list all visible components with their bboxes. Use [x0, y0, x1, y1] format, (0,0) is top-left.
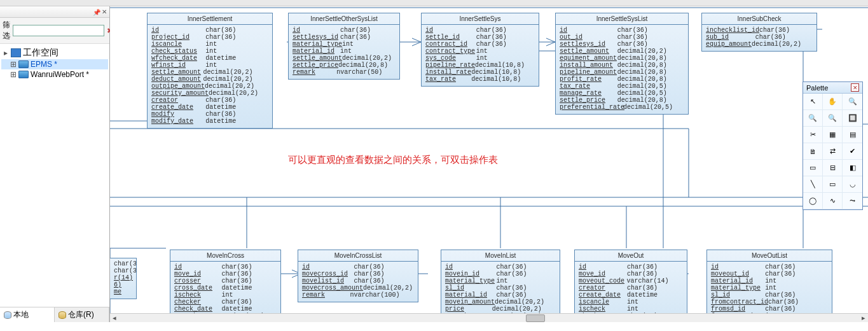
svg-line-14	[546, 42, 555, 46]
tab-label: 仓库(R)	[68, 309, 94, 320]
tool-entity-icon[interactable]: ▭	[803, 160, 823, 176]
tool-zoom-in-icon[interactable]: 🔍	[843, 94, 862, 110]
diagram-canvas[interactable]: InnerSettlementidchar(36)project_idchar(…	[110, 6, 868, 322]
scroll-right-icon[interactable]: ▸	[859, 314, 868, 323]
scroll-thumb[interactable]	[526, 314, 545, 322]
pin-icon[interactable]: 📌	[93, 9, 99, 15]
filter-label: 筛选	[3, 20, 10, 41]
entity-InnerSettleSys[interactable]: InnerSettleSysidchar(36)settle_idchar(36…	[421, 13, 539, 87]
palette-panel[interactable]: Palette ✕ ↖ ✋ 🔍 🔍 🔍 🔲 ✂ ▦ ▤ 🗎 ⇄ ✔ ▭ ⊟ ◧ …	[803, 81, 863, 210]
sidebar-header: 📌 ✕	[0, 6, 109, 18]
entity-column: equiment_amountdecimal(20,8)	[560, 55, 684, 62]
entity-body: idchar(36)out_idchar(36)settlesys_idchar…	[556, 25, 688, 114]
tool-link-icon[interactable]: ⇄	[823, 143, 843, 160]
entity-column: creatorchar(36)	[151, 97, 268, 104]
tab-repo[interactable]: 仓库(R)	[55, 307, 109, 322]
entity-column: sl_idchar(36)	[445, 285, 556, 292]
entity-InnerSettleSysList[interactable]: InnerSettleSysListidchar(36)out_idchar(3…	[555, 13, 689, 115]
entity-InnerSubCheck[interactable]: InnerSubCheckinchecklist_idchar(36)sub_i…	[701, 13, 817, 52]
tool-ellipse-icon[interactable]: ◯	[803, 193, 823, 209]
entity-MoveOutList[interactable]: MoveOutListidchar(36)moveout_idchar(36)m…	[706, 250, 832, 322]
expand-icon[interactable]: ▸	[3, 48, 9, 57]
tool-zoom-out-icon[interactable]: 🔍	[803, 110, 823, 127]
entity-body: char(36)char(36)r(14)6)me	[110, 258, 136, 299]
entity-body: idchar(36)settlesys_idchar(36)material_t…	[289, 25, 399, 79]
tool-rect-icon[interactable]: ▭	[823, 176, 843, 193]
entity-column: material_idint	[293, 48, 396, 55]
tool-arc-icon[interactable]: ◡	[843, 176, 862, 193]
entity-cut-left[interactable]: char(36)char(36)r(14)6)me	[110, 258, 137, 299]
scroll-track[interactable]	[119, 314, 859, 323]
entity-column: modifychar(36)	[151, 111, 268, 118]
tool-doc-icon[interactable]: 🗎	[803, 143, 823, 160]
entity-column: contract_typeint	[425, 48, 535, 55]
filter-row: 筛选 ✖ ⟳	[0, 18, 109, 44]
entity-column: settle_pricedecimal(20,8)	[293, 62, 396, 69]
entity-title: InnerSettleSysList	[556, 13, 688, 25]
palette-close-icon[interactable]: ✕	[851, 83, 859, 92]
svg-line-16	[412, 42, 421, 46]
h-scrollbar[interactable]: ◂ ▸	[110, 313, 868, 322]
entity-column: idchar(36)	[445, 264, 556, 271]
entity-column: idchar(36)	[302, 264, 414, 271]
entity-column: iscancleint	[151, 41, 268, 48]
tool-poly-icon[interactable]: ∿	[823, 193, 843, 209]
entity-column: project_idchar(36)	[151, 34, 268, 41]
entity-column: sys_codeint	[425, 55, 535, 62]
tree-node-wanrui[interactable]: ⊞ WanruiWebPort *	[1, 69, 108, 80]
tree-label: WanruiWebPort *	[31, 70, 89, 79]
tool-zoom-area-icon[interactable]: 🔲	[843, 110, 862, 127]
entity-MoveInCross[interactable]: MoveInCrossidchar(36)move_idchar(36)cros…	[170, 250, 281, 322]
tab-local[interactable]: 本地	[0, 307, 55, 322]
entity-column: idchar(36)	[151, 27, 268, 34]
palette-grid: ↖ ✋ 🔍 🔍 🔍 🔲 ✂ ▦ ▤ 🗎 ⇄ ✔ ▭ ⊟ ◧ ╲ ▭ ◡ ◯ ∿	[803, 94, 862, 209]
entity-column: material_typeint	[293, 41, 396, 48]
tool-pointer-icon[interactable]: ↖	[803, 94, 823, 110]
entity-column: tax_ratedecimal(10,8)	[425, 76, 535, 83]
model-icon	[18, 60, 29, 68]
entity-InnerSettleOtherSysList[interactable]: InnerSettleOtherSysListidchar(36)settles…	[288, 13, 400, 80]
tree-node-epms[interactable]: ⊞ EPMS *	[1, 59, 108, 69]
tool-grid-icon[interactable]: ▤	[843, 127, 862, 143]
entity-MoveOut[interactable]: MoveOutidchar(36)move_idchar(36)moveout_…	[574, 250, 687, 322]
close-icon[interactable]: ✕	[102, 8, 107, 15]
entity-MoveInList[interactable]: MoveInListidchar(36)movein_idchar(36)mat…	[441, 250, 560, 322]
entity-MoveInCrossList[interactable]: MoveInCrossListidchar(36)movecross_idcha…	[298, 250, 418, 302]
entity-column: pipeline_ratedecimal(10,8)	[425, 62, 535, 69]
tool-hand-icon[interactable]: ✋	[823, 94, 843, 110]
entity-column: settle_pricedecimal(20,8)	[560, 97, 684, 104]
entity-column: settle_amountdecimal(20,2)	[560, 48, 684, 55]
tool-line-icon[interactable]: ╲	[803, 176, 823, 193]
entity-column: out_idchar(36)	[560, 34, 684, 41]
entity-column: settlesys_idchar(36)	[293, 34, 396, 41]
tool-view-icon[interactable]: ◧	[843, 160, 862, 176]
tool-curve-icon[interactable]: ⤳	[843, 193, 862, 209]
entity-column: create_datedatetime	[579, 292, 683, 299]
entity-column: creatorchar(36)	[579, 285, 683, 292]
entity-column: movecross_amountdecimal(20,2)	[302, 285, 414, 292]
scroll-left-icon[interactable]: ◂	[110, 314, 119, 323]
expand-icon[interactable]: ⊞	[10, 60, 17, 69]
entity-column: r(14)	[114, 274, 132, 281]
filter-input[interactable]	[13, 25, 104, 36]
tool-table-icon[interactable]: ▦	[823, 127, 843, 143]
entity-column: modify_datedatetime	[151, 118, 268, 125]
entity-column: movelist_idchar(36)	[302, 278, 414, 285]
tool-cut-icon[interactable]: ✂	[803, 127, 823, 143]
entity-column: outpipe_amountdecimal(20,2)	[151, 83, 268, 90]
entity-InnerSettlement[interactable]: InnerSettlementidchar(36)project_idchar(…	[147, 13, 273, 129]
expand-icon[interactable]: ⊞	[10, 70, 17, 79]
tool-check-icon[interactable]: ✔	[843, 143, 862, 160]
tree-root-workspace[interactable]: ▸ 工作空间	[1, 46, 108, 59]
entity-column: checkerchar(36)	[174, 299, 277, 306]
entity-column: settlesys_idchar(36)	[560, 41, 684, 48]
entity-column: settle_amountdecimal(20,2)	[151, 69, 268, 76]
palette-title-bar[interactable]: Palette ✕	[803, 82, 862, 94]
tool-rel-icon[interactable]: ⊟	[823, 160, 843, 176]
tool-zoom-fit-icon[interactable]: 🔍	[823, 110, 843, 127]
entity-title: InnerSettleSys	[422, 13, 539, 25]
svg-line-13	[546, 38, 555, 42]
entity-column: movecross_idchar(36)	[302, 271, 414, 278]
annotation-text: 可以更直观的查看数据之间的关系，可双击操作表	[288, 154, 498, 166]
entity-body: inchecklist_idchar(36)sub_idchar(36)equi…	[702, 25, 816, 51]
